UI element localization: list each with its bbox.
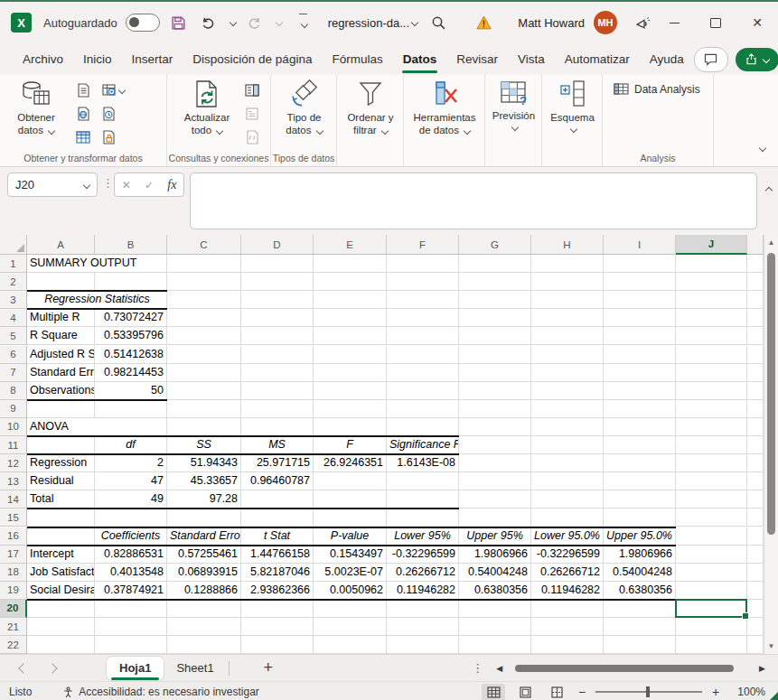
cell-G21[interactable] xyxy=(459,618,531,636)
accessibility-status[interactable]: Accesibilidad: es necesario investigar xyxy=(62,686,258,698)
cell-H12[interactable] xyxy=(531,454,604,472)
normal-view-button[interactable] xyxy=(482,684,505,700)
cell-C3[interactable] xyxy=(167,291,241,309)
cell-F6[interactable] xyxy=(387,346,459,364)
undo-dropdown-chevron-icon[interactable] xyxy=(229,19,236,26)
cell-F9[interactable] xyxy=(387,400,459,418)
cell-E1[interactable] xyxy=(314,255,387,273)
row-header-13[interactable]: 13 xyxy=(0,472,27,490)
cell-F17[interactable]: -0.32296599 xyxy=(387,546,459,564)
cell-K3[interactable] xyxy=(747,291,764,309)
next-sheet-button[interactable] xyxy=(47,663,57,673)
cell-K13[interactable] xyxy=(747,472,764,490)
cell-I13[interactable] xyxy=(604,472,676,490)
cell-G20[interactable] xyxy=(459,600,531,618)
cell-H18[interactable]: 0.26266712 xyxy=(531,564,604,582)
cell-B5[interactable]: 0.53395796 xyxy=(95,327,167,345)
cell-A1[interactable]: SUMMARY OUTPUT xyxy=(27,255,95,273)
col-header-B[interactable]: B xyxy=(95,235,167,255)
cell-C2[interactable] xyxy=(167,273,241,291)
formula-bar-drag-handle[interactable]: ⋮ xyxy=(102,176,114,190)
col-header-J[interactable]: J xyxy=(676,235,747,255)
cell-A15[interactable] xyxy=(27,509,95,527)
row-header-8[interactable]: 8 xyxy=(0,382,27,400)
cell-A13[interactable]: Residual xyxy=(27,472,95,490)
cell-B14[interactable]: 49 xyxy=(95,490,167,509)
cell-B6[interactable]: 0.51412638 xyxy=(95,346,167,364)
zoom-slider[interactable] xyxy=(595,691,702,693)
cell-C9[interactable] xyxy=(167,400,241,418)
cell-E17[interactable]: 0.1543497 xyxy=(314,546,387,564)
cell-J3[interactable] xyxy=(676,291,747,309)
cell-C15[interactable] xyxy=(167,509,241,527)
cell-K17[interactable] xyxy=(747,546,764,564)
cell-I5[interactable] xyxy=(604,327,676,345)
cell-G7[interactable] xyxy=(459,364,531,382)
cell-H2[interactable] xyxy=(531,273,604,291)
cell-D7[interactable] xyxy=(241,364,314,382)
cell-K11[interactable] xyxy=(747,436,764,454)
cell-I19[interactable]: 0.6380356 xyxy=(604,582,676,600)
cell-C16[interactable]: Standard Error xyxy=(167,527,241,546)
autosave-toggle[interactable] xyxy=(126,14,160,32)
cell-D19[interactable]: 2.93862366 xyxy=(241,582,314,600)
cell-G15[interactable] xyxy=(459,509,531,527)
cell-B17[interactable]: 0.82886531 xyxy=(95,546,167,564)
row-header-2[interactable]: 2 xyxy=(0,273,27,291)
cell-G2[interactable] xyxy=(459,273,531,291)
cell-C7[interactable] xyxy=(167,364,241,382)
refresh-all-button[interactable]: Actualizar todo xyxy=(178,79,236,136)
cell-F4[interactable] xyxy=(387,309,459,327)
cell-B22[interactable] xyxy=(95,636,167,654)
cell-D5[interactable] xyxy=(241,327,314,345)
cell-G19[interactable]: 0.6380356 xyxy=(459,582,531,600)
close-button[interactable]: ✕ xyxy=(736,2,778,43)
cell-E20[interactable] xyxy=(314,600,387,618)
cell-B8[interactable]: 50 xyxy=(95,382,167,400)
cell-A18[interactable]: Job Satisfaction xyxy=(27,564,95,582)
cell-I16[interactable]: Upper 95.0% xyxy=(604,527,676,546)
cell-B7[interactable]: 0.98214453 xyxy=(95,364,167,382)
cell-D16[interactable]: t Stat xyxy=(241,527,314,546)
row-header-1[interactable]: 1 xyxy=(0,255,27,273)
cell-I14[interactable] xyxy=(604,490,676,509)
cell-I1[interactable] xyxy=(604,255,676,273)
share-button[interactable] xyxy=(736,48,778,71)
cell-I22[interactable] xyxy=(604,636,676,654)
col-header-D[interactable]: D xyxy=(241,235,314,255)
cell-C5[interactable] xyxy=(167,327,241,345)
cell-I7[interactable] xyxy=(604,364,676,382)
cell-A7[interactable]: Standard Error xyxy=(27,364,95,382)
cell-E3[interactable] xyxy=(314,291,387,309)
row-header-21[interactable]: 21 xyxy=(0,618,27,636)
cell-J21[interactable] xyxy=(676,618,747,636)
row-header-3[interactable]: 3 xyxy=(0,291,27,309)
collapse-formula-bar-button[interactable] xyxy=(764,182,772,198)
cell-I9[interactable] xyxy=(604,400,676,418)
cell-I12[interactable] xyxy=(604,454,676,472)
cell-I11[interactable] xyxy=(604,436,676,454)
row-header-4[interactable]: 4 xyxy=(0,309,27,327)
cell-H3[interactable] xyxy=(531,291,604,309)
cell-H6[interactable] xyxy=(531,346,604,364)
zoom-in-button[interactable]: + xyxy=(710,685,721,699)
filename-button[interactable]: regression-da... xyxy=(328,16,417,30)
cell-J22[interactable] xyxy=(676,636,747,654)
cell-B11[interactable]: df xyxy=(95,436,167,454)
col-header-F[interactable]: F xyxy=(387,235,459,255)
cell-A4[interactable]: Multiple R xyxy=(27,309,95,327)
cell-C18[interactable]: 0.06893915 xyxy=(167,564,241,582)
cell-K8[interactable] xyxy=(747,382,764,400)
row-header-15[interactable]: 15 xyxy=(0,509,27,527)
row-header-19[interactable]: 19 xyxy=(0,582,27,600)
cell-F7[interactable] xyxy=(387,364,459,382)
cell-A12[interactable]: Regression xyxy=(27,454,95,472)
quick-access-overflow-button[interactable] xyxy=(299,14,307,33)
add-sheet-button[interactable]: + xyxy=(264,658,274,677)
cell-K7[interactable] xyxy=(747,364,764,382)
cell-J6[interactable] xyxy=(676,346,747,364)
cell-B19[interactable]: 0.37874921 xyxy=(95,582,167,600)
selected-cell-J20[interactable] xyxy=(675,599,747,618)
warning-button[interactable] xyxy=(473,12,494,33)
cell-K16[interactable] xyxy=(747,527,764,546)
